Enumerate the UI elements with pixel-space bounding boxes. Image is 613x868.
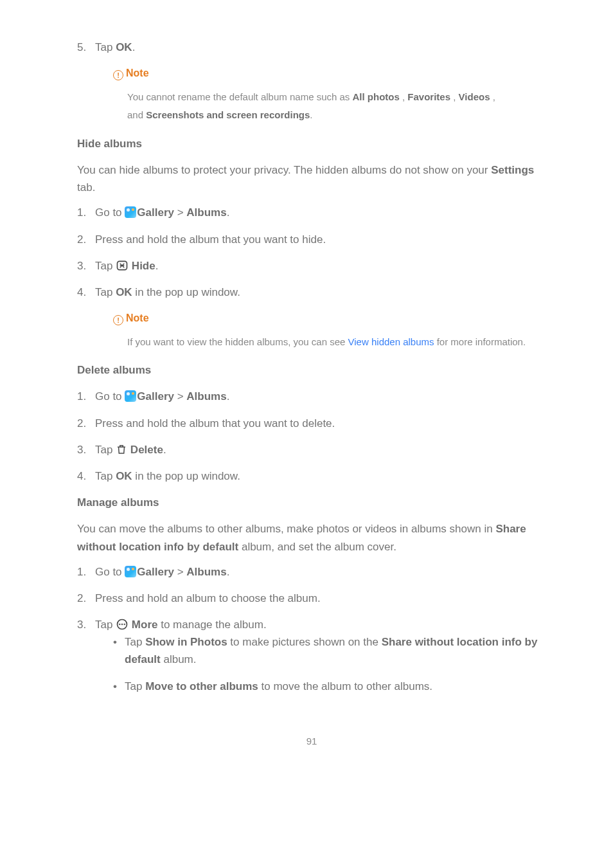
hide-intro-settings: Settings	[491, 164, 534, 176]
trash-icon	[116, 443, 127, 456]
move-to-other: Move to other albums	[145, 680, 258, 692]
bullet-text: album.	[161, 653, 197, 665]
heading-delete-albums: Delete albums	[77, 361, 546, 379]
intro-text: You can move the albums to other albums,…	[77, 523, 495, 535]
note-sep: ,	[400, 91, 408, 102]
gallery-icon	[125, 390, 136, 402]
delete-step-4: Tap OK in the pop up window.	[77, 467, 546, 485]
heading-hide-albums: Hide albums	[77, 135, 546, 152]
hide-intro: You can hide albums to protect your priv…	[77, 161, 546, 196]
note-text: You cannot rename the default album name…	[127, 91, 353, 102]
hide-step-3: Tap Hide.	[77, 257, 546, 275]
gallery-label: Gallery	[137, 206, 174, 219]
gallery-label: Gallery	[137, 566, 174, 578]
manage-step-3: Tap More to manage the album. Tap Show i…	[77, 616, 546, 695]
note-videos: Videos	[459, 91, 490, 102]
note-text: .	[310, 109, 312, 120]
note-body: You cannot rename the default album name…	[127, 88, 546, 125]
note-text: If you want to view the hidden albums, y…	[127, 336, 348, 347]
svg-point-4	[124, 624, 125, 625]
manage-bullet-2: Tap Move to other albums to move the alb…	[113, 678, 546, 695]
breadcrumb-sep: >	[174, 206, 186, 219]
note-body: If you want to view the hidden albums, y…	[127, 333, 546, 352]
note-title: !Note	[113, 310, 546, 327]
note-text: and	[127, 109, 146, 120]
step5-ok: OK	[116, 41, 132, 53]
info-icon: !	[113, 70, 123, 80]
note-label: Note	[126, 312, 149, 323]
step-end: .	[227, 206, 230, 219]
bullet-text: to make pictures shown on the	[227, 636, 382, 648]
note-sep: ,	[450, 91, 459, 102]
step-text: Tap	[95, 260, 116, 272]
breadcrumb-sep: >	[174, 390, 186, 402]
gallery-icon	[125, 566, 136, 577]
step-end: .	[227, 566, 230, 578]
more-label: More	[129, 619, 157, 631]
breadcrumb-sep: >	[174, 566, 186, 578]
delete-step-3: Tap Delete.	[77, 441, 546, 458]
note-block-rename: !Note You cannot rename the default albu…	[113, 65, 546, 125]
delete-step-1: Go to Gallery > Albums.	[77, 388, 546, 405]
hide-icon	[116, 259, 129, 272]
manage-step-1: Go to Gallery > Albums.	[77, 563, 546, 581]
intro-text2: album, and set the album cover.	[238, 541, 396, 553]
ok-label: OK	[116, 286, 132, 298]
step-end: .	[227, 390, 230, 402]
step-end: .	[163, 444, 166, 456]
step-text: Tap	[95, 619, 116, 631]
note-sep: ,	[490, 91, 495, 102]
note-title: !Note	[113, 65, 546, 82]
gallery-label: Gallery	[137, 390, 174, 402]
step-end: to manage the album.	[157, 619, 266, 631]
hide-intro-text: You can hide albums to protect your priv…	[77, 164, 491, 176]
heading-manage-albums: Manage albums	[77, 494, 546, 511]
step-text: Go to	[95, 566, 125, 578]
manage-intro: You can move the albums to other albums,…	[77, 520, 546, 555]
show-in-photos: Show in Photos	[145, 636, 227, 648]
hide-step-4: Tap OK in the pop up window. !Note If yo…	[77, 284, 546, 351]
step-text: Go to	[95, 206, 125, 219]
step-end: in the pop up window.	[132, 470, 240, 482]
note-text: for more information.	[434, 336, 526, 347]
step5-prefix: Tap	[95, 41, 116, 53]
svg-point-3	[122, 624, 123, 625]
step-5: Tap OK. !Note You cannot rename the defa…	[77, 39, 546, 125]
delete-label: Delete	[127, 444, 163, 456]
step-end: .	[155, 260, 159, 272]
step-text: Tap	[95, 286, 116, 298]
manage-step-2: Press and hold an album to choose the al…	[77, 590, 546, 607]
bullet-text: Tap	[125, 680, 145, 692]
albums-label: Albums	[186, 390, 226, 402]
more-icon	[116, 618, 129, 631]
albums-label: Albums	[186, 206, 226, 219]
gallery-icon	[125, 206, 136, 218]
note-label: Note	[126, 68, 149, 78]
step-text: Tap	[95, 470, 116, 482]
svg-point-2	[120, 624, 120, 625]
note-screenshots: Screenshots and screen recordings	[146, 109, 310, 120]
page-number: 91	[77, 734, 546, 749]
step-text: Go to	[95, 390, 125, 402]
view-hidden-albums-link[interactable]: View hidden albums	[348, 336, 434, 347]
note-favorites: Favorites	[407, 91, 450, 102]
step5-suffix: .	[132, 41, 136, 53]
hide-label: Hide	[129, 260, 155, 272]
note-block-hidden: !Note If you want to view the hidden alb…	[113, 310, 546, 351]
step-text: Tap	[95, 444, 116, 456]
manage-bullet-1: Tap Show in Photos to make pictures show…	[113, 633, 546, 668]
albums-label: Albums	[186, 566, 226, 578]
note-all-photos: All photos	[353, 91, 400, 102]
step-end: in the pop up window.	[132, 286, 240, 298]
delete-step-2: Press and hold the album that you want t…	[77, 415, 546, 432]
hide-step-1: Go to Gallery > Albums.	[77, 204, 546, 221]
hide-intro-text2: tab.	[77, 181, 95, 194]
bullet-text: to move the album to other albums.	[258, 680, 432, 692]
info-icon: !	[113, 315, 123, 325]
ok-label: OK	[116, 470, 132, 482]
bullet-text: Tap	[125, 636, 145, 648]
hide-step-2: Press and hold the album that you want t…	[77, 231, 546, 248]
